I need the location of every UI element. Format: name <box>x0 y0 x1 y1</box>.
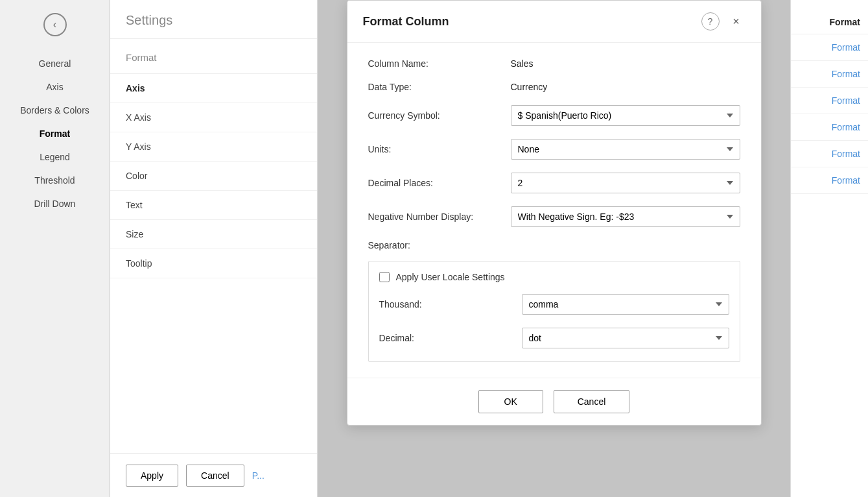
close-button[interactable]: × <box>727 12 745 30</box>
modal-header-actions: ? × <box>701 12 745 30</box>
settings-nav-color[interactable]: Color <box>110 162 317 191</box>
ok-button[interactable]: OK <box>478 390 543 413</box>
currency-symbol-label: Currency Symbol: <box>368 110 511 121</box>
negative-number-label: Negative Number Display: <box>368 212 511 222</box>
back-icon: ‹ <box>53 19 56 30</box>
close-icon: × <box>733 15 740 29</box>
cancel-button[interactable]: Cancel <box>186 465 244 487</box>
thousand-row: Thousand: comma dot space none <box>379 294 729 315</box>
locale-checkbox[interactable] <box>379 272 390 282</box>
format-column-modal: Format Column ? × Column Name: Sales <box>347 0 762 426</box>
right-panel-item-1[interactable]: Format <box>791 61 868 88</box>
settings-nav-axis[interactable]: Axis <box>110 74 317 103</box>
modal-cancel-button[interactable]: Cancel <box>554 390 630 413</box>
sidebar: ‹ General Axis Borders & Colors Format L… <box>0 0 110 497</box>
modal-title: Format Column <box>363 15 449 29</box>
modal-footer: OK Cancel <box>347 378 761 425</box>
right-panel: Format Format Format Format Format Forma… <box>790 0 868 497</box>
column-name-label: Column Name: <box>368 58 511 69</box>
right-panel-item-3[interactable]: Format <box>791 114 868 141</box>
negative-number-select[interactable]: With Negative Sign. Eg: -$23 In Parenthe… <box>511 206 740 227</box>
column-name-value: Sales <box>511 58 534 69</box>
right-panel-header: Format <box>791 10 868 34</box>
back-button[interactable]: ‹ <box>43 13 67 36</box>
units-row: Units: None Thousands Millions Billions <box>368 139 740 160</box>
sidebar-item-general[interactable]: General <box>0 52 110 75</box>
currency-symbol-row: Currency Symbol: $ Spanish(Puerto Rico) … <box>368 105 740 126</box>
decimal-row: Decimal: dot comma <box>379 328 729 348</box>
data-type-row: Data Type: Currency <box>368 82 740 92</box>
units-select[interactable]: None Thousands Millions Billions <box>511 139 740 160</box>
modal-overlay: Format Column ? × Column Name: Sales <box>318 0 790 497</box>
settings-panel: Settings Format Axis X Axis Y Axis Color… <box>110 0 318 497</box>
units-label: Units: <box>368 144 511 154</box>
settings-section-title: Format <box>110 39 317 74</box>
apply-button[interactable]: Apply <box>126 465 178 487</box>
main-content: Format Column ? × Column Name: Sales <box>318 0 790 497</box>
right-panel-item-5[interactable]: Format <box>791 167 868 194</box>
help-button[interactable]: ? <box>701 12 720 30</box>
preview-link[interactable]: P... <box>252 470 264 481</box>
settings-nav-xaxis[interactable]: X Axis <box>110 103 317 132</box>
right-panel-item-0[interactable]: Format <box>791 34 868 61</box>
decimal-places-select[interactable]: 0 1 2 3 4 <box>511 173 740 193</box>
locale-checkbox-label[interactable]: Apply User Locale Settings <box>396 272 505 282</box>
separator-label: Separator: <box>368 240 740 250</box>
settings-nav-tooltip[interactable]: Tooltip <box>110 249 317 278</box>
decimal-places-row: Decimal Places: 0 1 2 3 4 <box>368 173 740 193</box>
currency-symbol-select[interactable]: $ Spanish(Puerto Rico) $ English(US) € E… <box>511 105 740 126</box>
settings-nav-yaxis[interactable]: Y Axis <box>110 132 317 162</box>
column-name-row: Column Name: Sales <box>368 58 740 69</box>
thousand-label: Thousand: <box>379 299 522 309</box>
sidebar-item-format[interactable]: Format <box>0 122 110 145</box>
thousand-select[interactable]: comma dot space none <box>522 294 729 315</box>
locale-checkbox-row: Apply User Locale Settings <box>379 272 729 282</box>
negative-number-row: Negative Number Display: With Negative S… <box>368 206 740 227</box>
separator-section: Apply User Locale Settings Thousand: com… <box>368 261 740 362</box>
decimal-places-label: Decimal Places: <box>368 178 511 188</box>
settings-nav-text[interactable]: Text <box>110 191 317 220</box>
right-panel-item-4[interactable]: Format <box>791 141 868 167</box>
modal-body: Column Name: Sales Data Type: Currency C… <box>347 43 761 378</box>
sidebar-item-borders-colors[interactable]: Borders & Colors <box>0 99 110 122</box>
sidebar-item-axis[interactable]: Axis <box>0 75 110 99</box>
settings-nav-size[interactable]: Size <box>110 220 317 249</box>
modal-header: Format Column ? × <box>347 1 761 43</box>
settings-title: Settings <box>110 0 317 39</box>
settings-footer: Apply Cancel P... <box>110 454 317 497</box>
sidebar-item-drilldown[interactable]: Drill Down <box>0 192 110 215</box>
data-type-label: Data Type: <box>368 82 511 92</box>
data-type-value: Currency <box>511 82 548 92</box>
decimal-label: Decimal: <box>379 333 522 343</box>
sidebar-item-legend[interactable]: Legend <box>0 145 110 169</box>
right-panel-item-2[interactable]: Format <box>791 88 868 114</box>
help-icon: ? <box>708 16 713 27</box>
sidebar-item-threshold[interactable]: Threshold <box>0 169 110 192</box>
decimal-select[interactable]: dot comma <box>522 328 729 348</box>
